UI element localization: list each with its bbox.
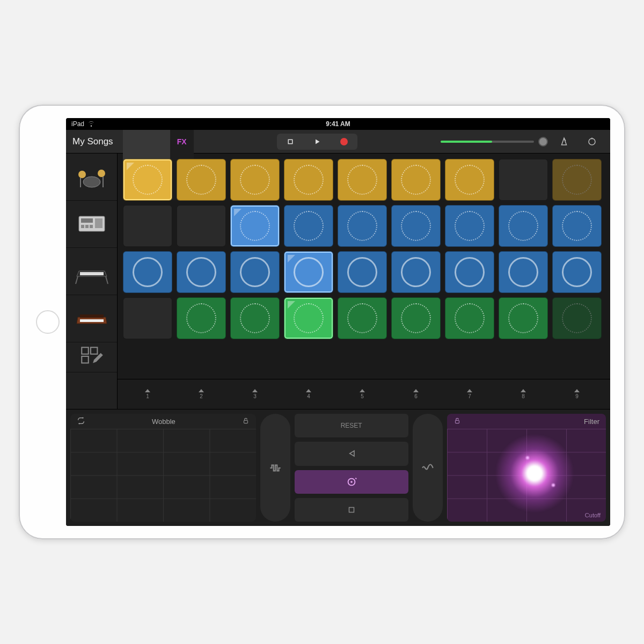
- settings-icon[interactable]: [580, 134, 604, 150]
- lock-icon[interactable]: [453, 417, 461, 426]
- track-drums-icon[interactable]: [66, 153, 117, 201]
- fx-xy-pad-left[interactable]: Wobble: [70, 414, 256, 522]
- column-trigger[interactable]: 3: [230, 382, 280, 407]
- svg-line-19: [76, 276, 78, 284]
- fx-reset-button[interactable]: RESET: [295, 414, 408, 437]
- track-synth-icon[interactable]: [66, 295, 117, 342]
- loop-cell[interactable]: [123, 159, 172, 201]
- loop-cell[interactable]: [230, 205, 280, 247]
- loop-cell[interactable]: [177, 251, 226, 293]
- loop-cell[interactable]: [552, 297, 602, 339]
- edit-grid-icon[interactable]: [66, 342, 117, 372]
- svg-point-9: [98, 170, 105, 177]
- metronome-icon[interactable]: [552, 134, 576, 150]
- column-trigger[interactable]: 8: [499, 382, 548, 407]
- column-trigger[interactable]: 1: [123, 382, 172, 407]
- loop-cell[interactable]: [552, 251, 602, 293]
- fx-stop-button[interactable]: [295, 498, 408, 522]
- svg-rect-30: [455, 420, 459, 423]
- loop-cell[interactable]: [123, 297, 172, 339]
- column-trigger[interactable]: 2: [177, 382, 226, 407]
- volume-slider[interactable]: [441, 137, 548, 147]
- fx-cutoff-label: Cutoff: [585, 512, 601, 518]
- loop-cell[interactable]: [338, 159, 387, 201]
- svg-rect-21: [80, 319, 104, 322]
- library-button[interactable]: My Songs: [72, 136, 113, 147]
- svg-rect-13: [81, 218, 93, 223]
- column-trigger[interactable]: 9: [552, 382, 602, 407]
- track-sampler-icon[interactable]: [66, 201, 117, 248]
- loop-cell[interactable]: [445, 251, 494, 293]
- ipad-frame: iPad 9:41 AM My Songs FX: [19, 105, 625, 539]
- fx-strip-right[interactable]: [413, 414, 443, 522]
- column-trigger[interactable]: 7: [445, 382, 494, 407]
- fx-right-label: Filter: [584, 418, 599, 426]
- loop-cell[interactable]: [499, 159, 548, 201]
- loop-cell[interactable]: [445, 297, 494, 339]
- svg-rect-11: [103, 177, 104, 187]
- fx-panel: Wobble RESET: [66, 409, 610, 526]
- svg-rect-17: [95, 218, 103, 228]
- svg-point-5: [589, 138, 595, 145]
- status-time: 9:41 AM: [326, 120, 350, 128]
- lock-icon[interactable]: [242, 417, 250, 426]
- svg-line-20: [106, 276, 108, 284]
- svg-rect-16: [90, 225, 93, 228]
- fx-xy-pad-right[interactable]: Filter Cutoff: [447, 414, 606, 522]
- loop-cell[interactable]: [177, 297, 226, 339]
- loop-cell[interactable]: [284, 297, 333, 339]
- loop-cell[interactable]: [230, 297, 280, 339]
- app-screen: iPad 9:41 AM My Songs FX: [66, 118, 610, 526]
- loop-cell[interactable]: [338, 205, 387, 247]
- column-trigger[interactable]: 5: [338, 382, 387, 407]
- loop-cell[interactable]: [552, 159, 602, 201]
- loop-cell[interactable]: [391, 205, 441, 247]
- loop-cell[interactable]: [338, 297, 387, 339]
- loop-cell[interactable]: [230, 251, 280, 293]
- loop-cell[interactable]: [445, 205, 494, 247]
- status-bar: iPad 9:41 AM: [66, 118, 610, 130]
- fx-touch-indicator: [492, 430, 577, 516]
- svg-rect-15: [85, 225, 89, 228]
- svg-rect-25: [82, 356, 89, 363]
- column-trigger[interactable]: 6: [391, 382, 441, 407]
- fx-reverse-button[interactable]: [295, 442, 408, 465]
- loop-cell[interactable]: [499, 297, 548, 339]
- loop-cell[interactable]: [391, 297, 441, 339]
- loop-cell[interactable]: [123, 251, 172, 293]
- fx-strip-left[interactable]: [260, 414, 290, 522]
- fx-center-controls: RESET: [260, 414, 443, 522]
- column-trigger[interactable]: 4: [284, 382, 333, 407]
- track-column: [66, 153, 118, 409]
- loop-cell[interactable]: [499, 205, 548, 247]
- loop-cell[interactable]: [391, 159, 441, 201]
- device-label: iPad: [71, 120, 84, 128]
- loop-grid: [118, 153, 610, 379]
- fx-scratch-button[interactable]: [295, 470, 408, 494]
- loop-cell[interactable]: [338, 251, 387, 293]
- loop-cell[interactable]: [177, 159, 226, 201]
- loop-cell[interactable]: [284, 159, 333, 201]
- loop-cell[interactable]: [230, 159, 280, 201]
- svg-rect-24: [90, 347, 97, 354]
- loop-cell[interactable]: [445, 159, 494, 201]
- loop-cell[interactable]: [123, 205, 172, 247]
- loop-cell[interactable]: [177, 205, 226, 247]
- track-keyboard-icon[interactable]: [66, 248, 117, 295]
- loop-cell[interactable]: [284, 251, 333, 293]
- loop-cell[interactable]: [552, 205, 602, 247]
- svg-rect-18: [80, 272, 104, 275]
- loop-cell[interactable]: [284, 205, 333, 247]
- record-button[interactable]: [331, 134, 357, 150]
- play-button[interactable]: [304, 134, 331, 150]
- stop-button[interactable]: [277, 134, 304, 150]
- trigger-row: 123456789: [118, 379, 610, 409]
- transport: [277, 134, 357, 150]
- loop-cell[interactable]: [391, 251, 441, 293]
- home-button[interactable]: [36, 310, 60, 334]
- fx-left-label: Wobble: [152, 418, 175, 426]
- svg-point-8: [78, 171, 86, 178]
- loop-cell[interactable]: [499, 251, 548, 293]
- svg-rect-23: [82, 347, 89, 354]
- main-area: 123456789: [66, 153, 610, 409]
